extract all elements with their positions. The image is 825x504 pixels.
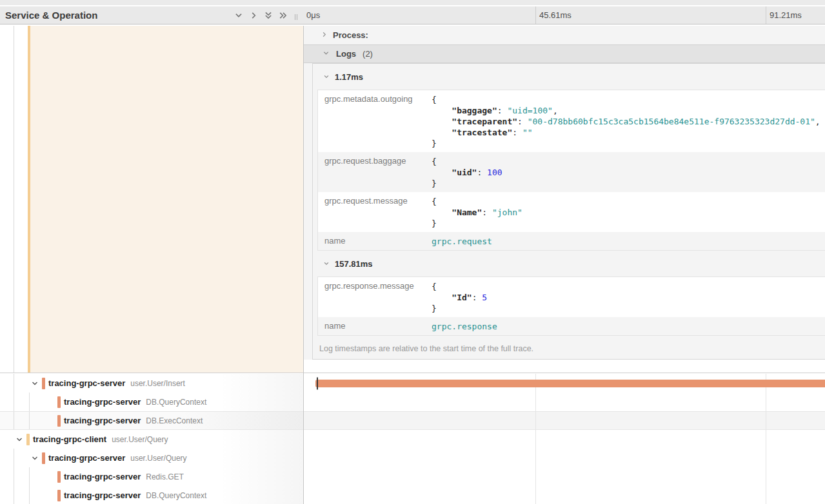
log-field-key: grpc.metadata.outgoing bbox=[318, 90, 425, 152]
span-row[interactable]: tracing-grpc-serveruser.User/Query bbox=[0, 449, 825, 467]
timeline-tick-label: 0μs bbox=[303, 6, 535, 24]
log-field-row: namegrpc.response bbox=[318, 317, 825, 335]
span-name-cell[interactable]: tracing-grpc-serveruser.User/Insert bbox=[0, 374, 303, 393]
operation-name: DB.QueryContext bbox=[146, 491, 206, 500]
chevron-down-icon[interactable] bbox=[15, 436, 23, 443]
service-name: tracing-grpc-server bbox=[64, 472, 141, 481]
timeline-header: Service & Operation 0μs45.61ms91.21ms bbox=[0, 0, 825, 26]
span-timeline-cell[interactable] bbox=[303, 430, 825, 449]
process-label: Process: bbox=[333, 30, 368, 40]
log-timestamp-accordion[interactable]: 157.81ms bbox=[313, 251, 825, 276]
tree-guide-line bbox=[14, 393, 14, 411]
span-timeline-cell[interactable] bbox=[303, 374, 825, 393]
log-field-value: grpc.response bbox=[425, 317, 497, 335]
logs-content-box: 1.17msgrpc.metadata.outgoing{ "baggage":… bbox=[312, 63, 825, 360]
span-row[interactable]: tracing-grpc-clientuser.User/Query bbox=[0, 430, 825, 449]
operation-name: Redis.GET bbox=[146, 472, 184, 481]
tree-guide-line bbox=[14, 467, 14, 486]
tree-guide-line bbox=[14, 412, 14, 429]
span-row[interactable]: tracing-grpc-serverRedis.GET bbox=[0, 467, 825, 486]
span-name-cell[interactable]: tracing-grpc-serverDB.ExecContext bbox=[0, 411, 303, 430]
span-timeline-cell[interactable] bbox=[303, 486, 825, 504]
expand-all-icon[interactable] bbox=[279, 11, 288, 20]
service-name: tracing-grpc-server bbox=[48, 378, 125, 388]
service-name: tracing-grpc-server bbox=[64, 416, 141, 425]
span-timeline-cell[interactable] bbox=[303, 467, 825, 486]
trace-timeline-view: Service & Operation 0μs45.61ms91.21ms Pr… bbox=[0, 0, 825, 504]
span-timeline-cell[interactable] bbox=[303, 393, 825, 411]
minimap-bottom-strip bbox=[0, 0, 825, 6]
operation-name: DB.QueryContext bbox=[146, 398, 206, 407]
log-field-row: grpc.response.message{ "Id": 5 } bbox=[318, 277, 825, 317]
log-timestamp: 1.17ms bbox=[335, 72, 363, 82]
log-field-key: grpc.request.message bbox=[318, 192, 425, 232]
log-field-key: grpc.request.baggage bbox=[318, 152, 425, 192]
span-rows: tracing-grpc-serveruser.User/Inserttraci… bbox=[0, 374, 825, 504]
service-color-bar bbox=[57, 415, 61, 427]
timeline-tick-labels: 0μs45.61ms91.21ms bbox=[303, 6, 825, 24]
service-color-bar bbox=[57, 490, 61, 501]
tree-guide-line bbox=[29, 393, 30, 411]
span-name-cell[interactable]: tracing-grpc-serverRedis.GET bbox=[0, 467, 303, 486]
span-row[interactable]: tracing-grpc-serveruser.User/Insert bbox=[0, 374, 825, 393]
collapse-one-icon[interactable] bbox=[234, 11, 243, 20]
operation-name: user.User/Query bbox=[112, 435, 168, 444]
process-accordion[interactable]: Process: bbox=[303, 26, 825, 44]
log-timestamp-accordion[interactable]: 1.17ms bbox=[313, 64, 825, 90]
collapse-expand-controls bbox=[234, 11, 288, 20]
expanded-span-detail-row: Process: Logs (2) 1.17msgrpc.metadata.ou… bbox=[0, 26, 825, 373]
timeline-body: Process: Logs (2) 1.17msgrpc.metadata.ou… bbox=[0, 26, 825, 504]
span-timeline-cell[interactable] bbox=[303, 449, 825, 467]
logs-note: Log timestamps are relative to the start… bbox=[313, 336, 825, 362]
logs-count: (2) bbox=[363, 49, 373, 59]
tree-guide-line bbox=[29, 412, 30, 429]
operation-name: DB.ExecContext bbox=[146, 416, 203, 425]
collapse-all-icon[interactable] bbox=[264, 11, 273, 20]
log-field-row: grpc.metadata.outgoing{ "baggage": "uid=… bbox=[318, 90, 825, 152]
span-row[interactable]: tracing-grpc-serverDB.QueryContext bbox=[0, 393, 825, 411]
service-color-bar bbox=[57, 396, 61, 408]
chevron-down-icon[interactable] bbox=[31, 380, 39, 387]
log-field-row: grpc.request.baggage{ "uid": 100 } bbox=[318, 152, 825, 192]
service-name: tracing-grpc-server bbox=[64, 490, 141, 500]
service-operation-header: Service & Operation bbox=[0, 6, 303, 24]
tree-guide-line bbox=[14, 486, 14, 504]
log-field-row: namegrpc.request bbox=[318, 232, 825, 250]
service-operation-title: Service & Operation bbox=[5, 10, 97, 21]
logs-accordion[interactable]: Logs (2) bbox=[303, 44, 825, 63]
span-timeline-cell[interactable] bbox=[303, 411, 825, 430]
expanded-span-row-background bbox=[30, 26, 303, 373]
span-duration-bar[interactable] bbox=[315, 380, 825, 387]
span-row[interactable]: tracing-grpc-serverDB.ExecContext bbox=[0, 411, 825, 430]
tree-guide-line bbox=[14, 26, 14, 373]
service-color-bar bbox=[42, 452, 45, 464]
log-field-value: { "Name": "john" } bbox=[425, 192, 522, 232]
service-color-bar bbox=[57, 471, 61, 483]
chevron-down-icon[interactable] bbox=[31, 454, 39, 462]
service-color-bar bbox=[26, 434, 30, 445]
operation-name: user.User/Insert bbox=[130, 379, 185, 388]
logs-label: Logs bbox=[336, 49, 356, 59]
span-name-cell[interactable]: tracing-grpc-serveruser.User/Query bbox=[0, 449, 303, 467]
tree-guide-line bbox=[29, 467, 30, 486]
log-keyvalues-table: grpc.response.message{ "Id": 5 }namegrpc… bbox=[317, 276, 825, 336]
log-marker-tick bbox=[317, 377, 318, 389]
log-keyvalues-table: grpc.metadata.outgoing{ "baggage": "uid=… bbox=[317, 90, 825, 251]
chevron-down-icon bbox=[323, 259, 330, 269]
service-name: tracing-grpc-server bbox=[48, 453, 125, 463]
span-name-cell[interactable]: tracing-grpc-clientuser.User/Query bbox=[0, 430, 303, 449]
service-name: tracing-grpc-client bbox=[33, 434, 106, 444]
chevron-down-icon bbox=[323, 49, 330, 59]
log-field-value: grpc.request bbox=[425, 232, 492, 250]
service-name: tracing-grpc-server bbox=[64, 397, 141, 407]
log-field-key: name bbox=[318, 232, 425, 250]
service-color-bar bbox=[42, 378, 45, 389]
timeline-tick-label: 45.61ms bbox=[535, 6, 766, 24]
column-divider[interactable] bbox=[303, 26, 304, 504]
log-field-value: { "baggage": "uid=100", "traceparent": "… bbox=[425, 90, 820, 152]
column-resizer-handle[interactable] bbox=[293, 11, 299, 20]
span-name-cell[interactable]: tracing-grpc-serverDB.QueryContext bbox=[0, 393, 303, 411]
expand-one-icon[interactable] bbox=[249, 11, 258, 20]
span-row[interactable]: tracing-grpc-serverDB.QueryContext bbox=[0, 486, 825, 504]
span-name-cell[interactable]: tracing-grpc-serverDB.QueryContext bbox=[0, 486, 303, 504]
